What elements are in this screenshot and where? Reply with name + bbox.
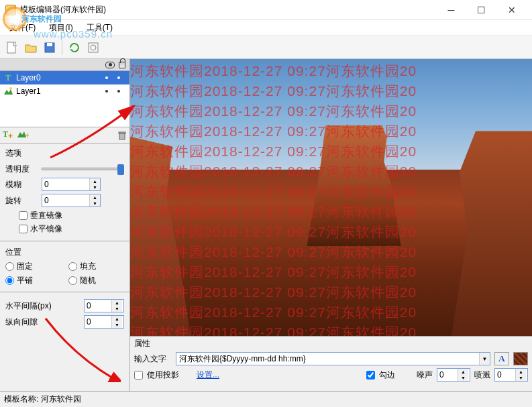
- layer-row-0[interactable]: T Layer0: [0, 71, 129, 84]
- maximize-button[interactable]: ☐: [466, 1, 496, 19]
- watermark-overlay: 河东软件园2018-12-27 09:27河东软件园20: [130, 62, 417, 80]
- open-icon[interactable]: [23, 40, 39, 56]
- svg-rect-3: [89, 43, 98, 52]
- status-value: 河东软件园: [41, 394, 81, 405]
- visibility-header-icon: [105, 62, 115, 68]
- shadow-label: 使用投影: [147, 369, 179, 381]
- status-bar: 模板名称: 河东软件园: [0, 391, 532, 407]
- blur-label: 模糊: [5, 179, 38, 190]
- pos-fixed-radio[interactable]: [5, 262, 14, 271]
- opacity-slider[interactable]: [42, 163, 124, 175]
- hspace-label: 水平间隔(px): [5, 300, 58, 312]
- hmirror-label: 水平镜像: [30, 223, 62, 235]
- title-bar: 模板编辑器(河东软件园) ─ ☐ ✕: [0, 0, 532, 20]
- svg-rect-8: [119, 132, 125, 133]
- svg-text:+: +: [25, 131, 29, 139]
- shadow-checkbox[interactable]: [134, 371, 143, 380]
- opacity-label: 透明度: [5, 164, 38, 175]
- rotate-label: 旋转: [5, 195, 38, 207]
- settings-link[interactable]: 设置...: [197, 369, 219, 381]
- app-icon: [5, 5, 16, 15]
- new-icon[interactable]: [4, 40, 20, 56]
- text-input-field[interactable]: ▼: [176, 352, 490, 365]
- vmirror-checkbox[interactable]: [19, 211, 28, 220]
- vspace-input[interactable]: ▲▼: [84, 315, 124, 329]
- pos-fill-radio[interactable]: [68, 262, 77, 271]
- layer-header: [0, 59, 129, 71]
- hspace-input[interactable]: ▲▼: [84, 299, 124, 312]
- vspace-label: 纵向间隙: [5, 316, 58, 328]
- text-dropdown-icon[interactable]: ▼: [479, 353, 490, 365]
- rotate-input[interactable]: ▲▼: [42, 194, 101, 207]
- layer-name: Layer1: [16, 86, 41, 96]
- pos-tile-radio[interactable]: [5, 276, 14, 285]
- color-button[interactable]: [513, 352, 528, 365]
- image-layer-icon: [3, 86, 13, 97]
- layer-row-1[interactable]: Layer1: [0, 84, 129, 98]
- page-watermark-url: www.pc0359.cn: [34, 28, 113, 40]
- spray-label: 喷溅: [474, 369, 490, 381]
- minimize-button[interactable]: ─: [436, 1, 466, 19]
- zoom-fit-icon[interactable]: [85, 40, 101, 56]
- window-title: 模板编辑器(河东软件园): [20, 4, 106, 15]
- stroke-label: 勾边: [379, 369, 395, 381]
- layer-list[interactable]: T Layer0 Layer1: [0, 71, 129, 127]
- layer-name: Layer0: [16, 73, 41, 82]
- add-text-layer-icon[interactable]: T+: [3, 129, 13, 141]
- svg-point-4: [91, 45, 96, 50]
- close-button[interactable]: ✕: [496, 1, 527, 19]
- add-image-layer-icon[interactable]: +: [17, 129, 29, 141]
- options-title: 选项: [5, 146, 124, 160]
- text-layer-icon: T: [3, 72, 13, 83]
- properties-title: 属性: [134, 338, 528, 349]
- toolbar: [0, 36, 532, 59]
- preview-panel: 河东软件园2018-12-27 09:27河东软件园20 河东软件园2018-1…: [130, 59, 532, 391]
- pos-random-radio[interactable]: [68, 276, 77, 285]
- preview-canvas[interactable]: 河东软件园2018-12-27 09:27河东软件园20 河东软件园2018-1…: [130, 59, 532, 336]
- hmirror-checkbox[interactable]: [19, 225, 28, 233]
- lock-header-icon: [119, 62, 125, 68]
- delete-layer-icon[interactable]: [117, 131, 127, 140]
- stroke-checkbox[interactable]: [366, 371, 375, 380]
- properties-panel: 属性 输入文字 ▼ A 使用投影 设置... 勾边 噪声 ▲▼ 喷溅 ▲▼: [130, 336, 532, 391]
- save-icon[interactable]: [42, 40, 58, 56]
- blur-input[interactable]: ▲▼: [42, 178, 101, 191]
- svg-point-5: [9, 87, 12, 90]
- spray-input[interactable]: ▲▼: [494, 368, 528, 382]
- svg-rect-7: [119, 133, 125, 139]
- refresh-icon[interactable]: [66, 40, 83, 56]
- font-button[interactable]: A: [494, 352, 509, 365]
- svg-rect-2: [47, 43, 52, 46]
- noise-label: 噪声: [417, 369, 433, 381]
- text-input-label: 输入文字: [134, 353, 172, 365]
- layer-toolbar: T+ +: [0, 127, 129, 143]
- sidebar: T Layer0 Layer1 T+ + 选项 透明度 模糊 ▲▼: [0, 59, 130, 391]
- status-label: 模板名称:: [4, 394, 38, 405]
- vmirror-label: 垂直镜像: [30, 210, 62, 221]
- noise-input[interactable]: ▲▼: [437, 368, 470, 382]
- position-title: 位置: [5, 245, 124, 259]
